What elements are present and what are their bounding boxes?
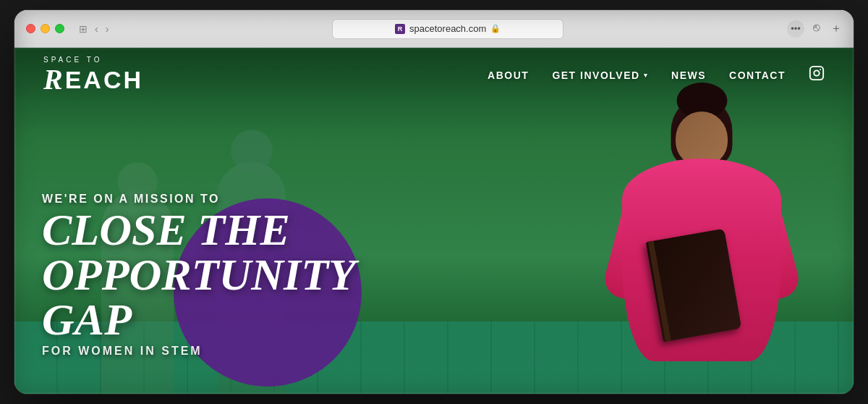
hero-text-content: WE'RE ON A MISSION TO CLOSE THE OPPORTUN…: [42, 193, 447, 358]
traffic-lights: [26, 24, 64, 33]
navigation: SPACE TO R EACH ABOUT GET INVOLVED ▾ NEW…: [14, 48, 854, 102]
nav-get-involved[interactable]: GET INVOLVED ▾: [552, 70, 648, 81]
browser-nav-controls: ⊞ ‹ ›: [79, 23, 109, 35]
address-bar-wrap: R spacetoreach.com 🔒: [117, 19, 778, 39]
svg-rect-0: [810, 67, 823, 80]
svg-point-1: [814, 70, 819, 75]
nav-news[interactable]: NEWS: [671, 70, 706, 81]
address-bar[interactable]: R spacetoreach.com 🔒: [332, 19, 563, 39]
main-headline: CLOSE THE OPPORTUNITY GAP: [42, 207, 447, 342]
logo-rest: EACH: [65, 67, 143, 92]
dots-menu[interactable]: •••: [787, 20, 804, 38]
svg-point-2: [820, 69, 821, 70]
url-text: spacetoreach.com: [409, 23, 486, 34]
maximize-button[interactable]: [55, 24, 64, 33]
headline-line1: CLOSE THE: [42, 207, 447, 252]
nav-contact[interactable]: CONTACT: [729, 70, 786, 81]
share-icon[interactable]: ⎋: [813, 21, 820, 36]
logo-r: R: [43, 65, 65, 94]
nav-links: ABOUT GET INVOLVED ▾ NEWS CONTACT: [488, 65, 825, 85]
logo-large-text: R EACH: [43, 65, 143, 94]
instagram-icon[interactable]: [809, 65, 825, 85]
grid-icon: ⊞: [79, 23, 88, 35]
person-silhouette: [608, 90, 796, 394]
site-logo[interactable]: SPACE TO R EACH: [43, 56, 143, 94]
stem-sub-text: FOR WOMEN IN STEM: [42, 345, 447, 358]
site-favicon: R: [395, 24, 405, 34]
back-icon[interactable]: ‹: [95, 23, 98, 35]
browser-chrome: ⊞ ‹ › R spacetoreach.com 🔒 ••• ⎋ ＋: [14, 10, 854, 48]
nav-get-involved-label: GET INVOLVED: [552, 70, 639, 81]
dots-icon: •••: [791, 23, 801, 34]
browser-frame: ⊞ ‹ › R spacetoreach.com 🔒 ••• ⎋ ＋: [14, 10, 854, 394]
website-content: SPACE TO R EACH ABOUT GET INVOLVED ▾ NEW…: [14, 48, 854, 394]
lock-icon: 🔒: [490, 24, 501, 33]
minimize-button[interactable]: [41, 24, 50, 33]
close-button[interactable]: [26, 24, 35, 33]
person-face: [676, 111, 728, 166]
headline-line2: OPPORTUNITY GAP: [42, 252, 447, 342]
foreground-person: [608, 90, 796, 394]
sub-mission-text: WE'RE ON A MISSION TO: [42, 193, 447, 206]
logo-small-text: SPACE TO: [43, 56, 143, 64]
new-tab-icon[interactable]: ＋: [830, 21, 842, 36]
chevron-down-icon: ▾: [644, 72, 649, 79]
forward-icon[interactable]: ›: [106, 23, 109, 35]
nav-about[interactable]: ABOUT: [488, 70, 529, 81]
browser-actions: ⎋ ＋: [813, 21, 842, 36]
